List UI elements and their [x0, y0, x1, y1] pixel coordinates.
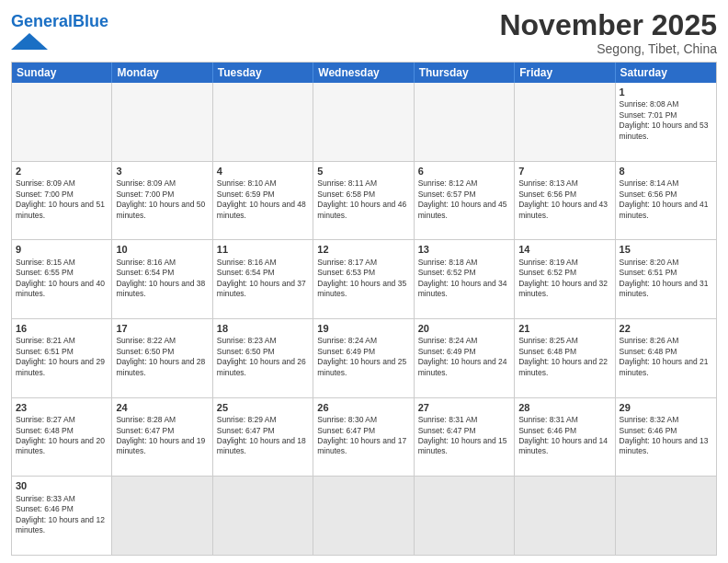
day-number: 12 [317, 243, 409, 256]
calendar-cell-22: 22Sunrise: 8:26 AMSunset: 6:48 PMDayligh… [616, 319, 716, 397]
calendar-page: GeneralBlue November 2025 Segong, Tibet,… [0, 0, 728, 563]
calendar-cell-empty [112, 83, 212, 161]
logo-icon [11, 33, 48, 50]
day-number: 22 [620, 322, 712, 335]
title-block: November 2025 Segong, Tibet, China [499, 9, 717, 56]
day-info: Sunrise: 8:10 AMSunset: 6:59 PMDaylight:… [217, 178, 309, 221]
day-number: 26 [317, 401, 409, 414]
calendar-cell-empty [213, 83, 313, 161]
calendar-cell-26: 26Sunrise: 8:30 AMSunset: 6:47 PMDayligh… [313, 398, 414, 477]
day-info: Sunrise: 8:19 AMSunset: 6:52 PMDaylight:… [518, 258, 610, 300]
day-info: Sunrise: 8:26 AMSunset: 6:48 PMDaylight:… [620, 336, 712, 378]
day-number: 18 [217, 322, 309, 335]
day-number: 7 [518, 165, 610, 178]
day-info: Sunrise: 8:11 AMSunset: 6:58 PMDaylight:… [317, 178, 409, 221]
day-number: 30 [16, 479, 108, 492]
day-info: Sunrise: 8:22 AMSunset: 6:50 PMDaylight:… [116, 336, 208, 378]
day-number: 16 [16, 322, 108, 335]
day-number: 9 [16, 243, 108, 256]
day-info: Sunrise: 8:21 AMSunset: 6:51 PMDaylight:… [16, 336, 108, 378]
day-number: 8 [620, 165, 712, 178]
day-number: 28 [518, 401, 610, 414]
calendar-week-4: 16Sunrise: 8:21 AMSunset: 6:51 PMDayligh… [12, 319, 716, 398]
calendar-cell-empty [213, 477, 313, 555]
day-number: 6 [418, 165, 510, 178]
day-number: 13 [418, 243, 510, 256]
day-info: Sunrise: 8:28 AMSunset: 6:47 PMDaylight:… [116, 415, 208, 457]
logo-text: GeneralBlue [11, 13, 108, 31]
calendar-cell-18: 18Sunrise: 8:23 AMSunset: 6:50 PMDayligh… [213, 319, 313, 397]
calendar-cell-5: 5Sunrise: 8:11 AMSunset: 6:58 PMDaylight… [313, 162, 414, 240]
day-info: Sunrise: 8:09 AMSunset: 7:00 PMDaylight:… [16, 178, 108, 221]
calendar-cell-empty [112, 477, 212, 555]
day-number: 15 [620, 243, 712, 256]
day-info: Sunrise: 8:16 AMSunset: 6:54 PMDaylight:… [217, 258, 309, 300]
day-info: Sunrise: 8:27 AMSunset: 6:48 PMDaylight:… [16, 415, 108, 457]
logo-blue: Blue [73, 12, 108, 30]
calendar-cell-6: 6Sunrise: 8:12 AMSunset: 6:57 PMDaylight… [415, 162, 515, 240]
day-number: 3 [116, 165, 208, 178]
day-info: Sunrise: 8:33 AMSunset: 6:46 PMDaylight:… [16, 494, 108, 536]
calendar-week-5: 23Sunrise: 8:27 AMSunset: 6:48 PMDayligh… [12, 398, 716, 477]
weekday-header-monday: Monday [112, 63, 212, 83]
calendar: SundayMondayTuesdayWednesdayThursdayFrid… [11, 62, 717, 556]
day-number: 24 [116, 401, 208, 414]
weekday-header-saturday: Saturday [616, 63, 716, 83]
calendar-cell-17: 17Sunrise: 8:22 AMSunset: 6:50 PMDayligh… [112, 319, 212, 397]
weekday-header-tuesday: Tuesday [213, 63, 313, 83]
calendar-cell-empty [12, 83, 112, 161]
day-info: Sunrise: 8:23 AMSunset: 6:50 PMDaylight:… [217, 336, 309, 378]
day-info: Sunrise: 8:13 AMSunset: 6:56 PMDaylight:… [518, 178, 610, 221]
calendar-cell-7: 7Sunrise: 8:13 AMSunset: 6:56 PMDaylight… [515, 162, 615, 240]
day-info: Sunrise: 8:08 AMSunset: 7:01 PMDaylight:… [620, 99, 712, 142]
day-info: Sunrise: 8:32 AMSunset: 6:46 PMDaylight:… [620, 415, 712, 457]
month-title: November 2025 [499, 9, 717, 41]
calendar-week-2: 2Sunrise: 8:09 AMSunset: 7:00 PMDaylight… [12, 162, 716, 241]
day-info: Sunrise: 8:16 AMSunset: 6:54 PMDaylight:… [116, 258, 208, 300]
day-info: Sunrise: 8:30 AMSunset: 6:47 PMDaylight:… [317, 415, 409, 457]
day-info: Sunrise: 8:15 AMSunset: 6:55 PMDaylight:… [16, 258, 108, 300]
weekday-header-thursday: Thursday [415, 63, 515, 83]
header: GeneralBlue November 2025 Segong, Tibet,… [11, 9, 717, 56]
day-info: Sunrise: 8:14 AMSunset: 6:56 PMDaylight:… [620, 178, 712, 221]
calendar-cell-1: 1Sunrise: 8:08 AMSunset: 7:01 PMDaylight… [616, 83, 716, 161]
calendar-cell-30: 30Sunrise: 8:33 AMSunset: 6:46 PMDayligh… [12, 477, 112, 555]
day-number: 19 [317, 322, 409, 335]
day-info: Sunrise: 8:24 AMSunset: 6:49 PMDaylight:… [418, 336, 510, 378]
calendar-cell-28: 28Sunrise: 8:31 AMSunset: 6:46 PMDayligh… [515, 398, 615, 477]
calendar-cell-15: 15Sunrise: 8:20 AMSunset: 6:51 PMDayligh… [616, 240, 716, 318]
day-number: 23 [16, 401, 108, 414]
day-info: Sunrise: 8:20 AMSunset: 6:51 PMDaylight:… [620, 258, 712, 300]
weekday-header-sunday: Sunday [12, 63, 112, 83]
day-info: Sunrise: 8:31 AMSunset: 6:47 PMDaylight:… [418, 415, 510, 457]
day-number: 25 [217, 401, 309, 414]
calendar-cell-13: 13Sunrise: 8:18 AMSunset: 6:52 PMDayligh… [415, 240, 515, 318]
day-info: Sunrise: 8:25 AMSunset: 6:48 PMDaylight:… [518, 336, 610, 378]
calendar-cell-16: 16Sunrise: 8:21 AMSunset: 6:51 PMDayligh… [12, 319, 112, 397]
calendar-cell-empty [313, 83, 414, 161]
calendar-cell-empty [313, 477, 414, 555]
day-number: 20 [418, 322, 510, 335]
day-number: 1 [620, 86, 712, 98]
calendar-body: 1Sunrise: 8:08 AMSunset: 7:01 PMDaylight… [12, 83, 716, 555]
logo-general: General [11, 12, 73, 30]
calendar-cell-10: 10Sunrise: 8:16 AMSunset: 6:54 PMDayligh… [112, 240, 212, 318]
day-number: 14 [518, 243, 610, 256]
calendar-cell-11: 11Sunrise: 8:16 AMSunset: 6:54 PMDayligh… [213, 240, 313, 318]
day-info: Sunrise: 8:29 AMSunset: 6:47 PMDaylight:… [217, 415, 309, 457]
calendar-week-3: 9Sunrise: 8:15 AMSunset: 6:55 PMDaylight… [12, 240, 716, 319]
calendar-cell-9: 9Sunrise: 8:15 AMSunset: 6:55 PMDaylight… [12, 240, 112, 318]
calendar-cell-2: 2Sunrise: 8:09 AMSunset: 7:00 PMDaylight… [12, 162, 112, 240]
day-number: 10 [116, 243, 208, 256]
calendar-cell-empty [515, 83, 615, 161]
day-number: 21 [518, 322, 610, 335]
logo: GeneralBlue [11, 13, 108, 50]
day-number: 17 [116, 322, 208, 335]
calendar-cell-3: 3Sunrise: 8:09 AMSunset: 7:00 PMDaylight… [112, 162, 212, 240]
calendar-cell-empty [515, 477, 615, 555]
day-info: Sunrise: 8:31 AMSunset: 6:46 PMDaylight:… [518, 415, 610, 457]
svg-marker-0 [11, 33, 48, 50]
day-number: 27 [418, 401, 510, 414]
calendar-cell-empty [616, 477, 716, 555]
calendar-cell-29: 29Sunrise: 8:32 AMSunset: 6:46 PMDayligh… [616, 398, 716, 477]
